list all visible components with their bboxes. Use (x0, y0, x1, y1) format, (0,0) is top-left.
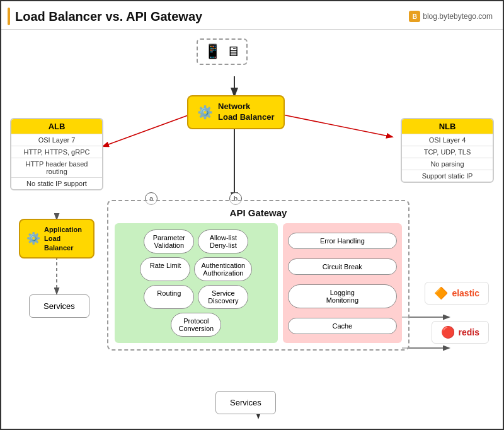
nlb-row-3: Support static IP (402, 170, 493, 182)
redis-icon: 🔴 (441, 325, 455, 339)
brand-icon: B (409, 11, 420, 22)
nlb-icon: ⚙️ (197, 105, 213, 120)
nlb-row-1: TCP, UDP, TLS (402, 146, 493, 158)
api-gateway-container: API Gateway ParameterValidation Allow-li… (107, 200, 410, 351)
services-box-left: Services (29, 294, 89, 318)
alb-row-2: HTTP header based routing (11, 158, 102, 177)
red-section: Error Handling Circuit Break LoggingMoni… (283, 223, 402, 343)
green-row-1: ParameterValidation Allow-listDeny-list (120, 230, 273, 253)
elastic-icon: 🔶 (434, 286, 448, 300)
app-lb-icon: ⚙️ (26, 231, 40, 245)
green-row-2: Rate Limit AuthenticationAuthorization (120, 257, 273, 281)
svg-line-3 (103, 113, 195, 146)
client-icons: 📱 🖥 (197, 38, 248, 65)
title-accent (8, 8, 10, 25)
services-box-bottom: Services (215, 391, 276, 414)
brand: B blog.bytebytego.com (409, 11, 493, 22)
api-gateway-inner: ParameterValidation Allow-listDeny-list … (115, 223, 402, 343)
nlb-header: NLB (402, 119, 493, 134)
nlb-subtitle: OSI Layer 4 (402, 134, 493, 146)
page-title: Load Balancer vs. API Gateway (15, 9, 202, 24)
routing-box: Routing (144, 285, 194, 309)
services-left-label: Services (43, 301, 75, 311)
nlb-row-2: No parsing (402, 158, 493, 170)
logging-monitoring-box: LoggingMonitoring (288, 284, 397, 308)
auth-box: AuthenticationAuthorization (194, 257, 252, 281)
green-section: ParameterValidation Allow-listDeny-list … (115, 223, 278, 343)
network-load-balancer: ⚙️ NetworkLoad Balancer (187, 95, 285, 129)
redis-box: 🔴 redis (432, 321, 489, 344)
alb-subtitle: OSI Layer 7 (11, 134, 102, 146)
phone-icon: 📱 (204, 44, 221, 60)
app-load-balancer: ⚙️ ApplicationLoad Balancer (19, 219, 94, 259)
protocol-conversion-box: ProtocolConversion (171, 313, 221, 337)
brand-text: blog.bytebytego.com (423, 12, 493, 21)
service-discovery-box: ServiceDiscovery (198, 285, 248, 309)
elastic-box: 🔶 elastic (425, 282, 489, 305)
nlb-label: NetworkLoad Balancer (218, 102, 275, 123)
param-validation-box: ParameterValidation (144, 230, 194, 253)
title-left: Load Balancer vs. API Gateway (8, 8, 202, 25)
redis-label: redis (459, 327, 479, 337)
nlb-box: NLB OSI Layer 4 TCP, UDP, TLS No parsing… (401, 118, 494, 183)
circuit-break-box: Circuit Break (288, 259, 397, 275)
alb-header: ALB (11, 119, 102, 134)
rate-limit-box: Rate Limit (140, 257, 190, 281)
green-row-3: Routing ServiceDiscovery (120, 285, 273, 309)
cache-box: Cache (288, 318, 397, 334)
elastic-label: elastic (452, 288, 479, 298)
alb-row-3: No static IP support (11, 177, 102, 189)
error-handling-box: Error Handling (288, 233, 397, 249)
monitor-icon: 🖥 (226, 44, 240, 60)
green-row-4: ProtocolConversion (120, 313, 273, 337)
diagram-area: 📱 🖥 ⚙️ NetworkLoad Balancer ALB OSI Laye… (1, 30, 503, 426)
alb-row-1: HTTP, HTTPS, gRPC (11, 146, 102, 158)
services-bottom-label: Services (230, 398, 261, 407)
app-lb-label: ApplicationLoad Balancer (44, 225, 87, 252)
api-gateway-title: API Gateway (115, 207, 402, 218)
allowlist-box: Allow-listDeny-list (198, 230, 248, 253)
svg-line-2 (273, 113, 392, 137)
title-bar: Load Balancer vs. API Gateway B blog.byt… (1, 1, 503, 30)
main-container: Load Balancer vs. API Gateway B blog.byt… (0, 0, 504, 430)
alb-box: ALB OSI Layer 7 HTTP, HTTPS, gRPC HTTP h… (10, 118, 103, 190)
